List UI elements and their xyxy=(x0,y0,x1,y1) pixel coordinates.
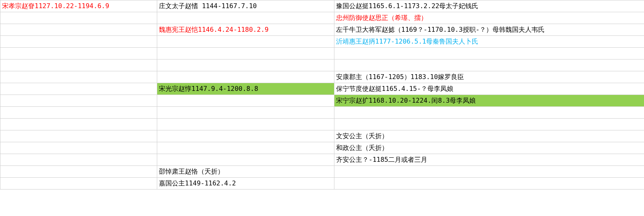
cell xyxy=(0,83,157,95)
cell xyxy=(157,130,334,142)
cell xyxy=(0,71,157,83)
cell xyxy=(0,154,157,166)
cell: 豫国公赵挺1165.6.1-1173.2.22母太子妃钱氏 xyxy=(334,0,644,12)
cell xyxy=(334,178,644,190)
cell xyxy=(0,60,157,71)
table-row: 宋孝宗赵眘1127.10.22-1194.6.9庄文太子赵愭 1144-1167… xyxy=(0,0,644,12)
cell: 宋宁宗赵扩1168.10.20-1224.闰8.3母李凤娘 xyxy=(334,95,644,107)
cell: 左千牛卫大将军赵摅（1169？-1170.10.3授职-？）母韩魏国夫人韦氏 xyxy=(334,24,644,36)
cell xyxy=(0,12,157,24)
cell xyxy=(0,95,157,107)
cell xyxy=(157,48,334,60)
cell: 邵悼肃王赵恪（夭折） xyxy=(157,166,334,178)
cell xyxy=(0,107,157,119)
table-row xyxy=(0,107,644,119)
cell xyxy=(0,130,157,142)
cell xyxy=(157,119,334,130)
cell xyxy=(157,60,334,71)
cell: 安康郡主（1167-1205）1183.10嫁罗良臣 xyxy=(334,71,644,83)
cell: 魏惠宪王赵恺1146.4.24-1180.2.9 xyxy=(157,24,334,36)
cell xyxy=(0,178,157,190)
cell xyxy=(0,166,157,178)
cell xyxy=(0,119,157,130)
table-row xyxy=(0,48,644,60)
cell: 齐安公主？-1185二月或者三月 xyxy=(334,154,644,166)
cell xyxy=(157,142,334,154)
cell xyxy=(157,154,334,166)
table-body: 宋孝宗赵眘1127.10.22-1194.6.9庄文太子赵愭 1144-1167… xyxy=(0,0,644,190)
cell xyxy=(157,12,334,24)
cell: 嘉国公主1149-1162.4.2 xyxy=(157,178,334,190)
cell: 庄文太子赵愭 1144-1167.7.10 xyxy=(157,0,334,12)
cell: 宋光宗赵惇1147.9.4-1200.8.8 xyxy=(157,83,334,95)
cell xyxy=(334,60,644,71)
cell xyxy=(157,71,334,83)
table-row: 忠州防御使赵思正（希璂、擂） xyxy=(0,12,644,24)
cell: 文安公主（夭折） xyxy=(334,130,644,142)
cell xyxy=(334,107,644,119)
cell xyxy=(157,36,334,48)
cell xyxy=(0,24,157,36)
table-row: 宋光宗赵惇1147.9.4-1200.8.8保宁节度使赵挺1165.4.15-？… xyxy=(0,83,644,95)
cell: 保宁节度使赵挺1165.4.15-？母李凤娘 xyxy=(334,83,644,95)
cell xyxy=(334,119,644,130)
table-row: 和政公主（夭折） xyxy=(0,142,644,154)
cell: 宋孝宗赵眘1127.10.22-1194.6.9 xyxy=(0,0,157,12)
cell xyxy=(334,48,644,60)
cell: 沂靖惠王赵抦1177-1206.5.1母秦鲁国夫人卜氏 xyxy=(334,36,644,48)
genealogy-table: 宋孝宗赵眘1127.10.22-1194.6.9庄文太子赵愭 1144-1167… xyxy=(0,0,644,190)
table-row: 宋宁宗赵扩1168.10.20-1224.闰8.3母李凤娘 xyxy=(0,95,644,107)
table-row: 文安公主（夭折） xyxy=(0,130,644,142)
cell: 和政公主（夭折） xyxy=(334,142,644,154)
table-row: 邵悼肃王赵恪（夭折） xyxy=(0,166,644,178)
table-row: 魏惠宪王赵恺1146.4.24-1180.2.9左千牛卫大将军赵摅（1169？-… xyxy=(0,24,644,36)
table-row xyxy=(0,60,644,71)
cell xyxy=(0,142,157,154)
table-row: 嘉国公主1149-1162.4.2 xyxy=(0,178,644,190)
cell xyxy=(334,166,644,178)
table-row xyxy=(0,119,644,130)
cell xyxy=(0,48,157,60)
cell: 忠州防御使赵思正（希璂、擂） xyxy=(334,12,644,24)
cell xyxy=(0,36,157,48)
cell xyxy=(157,107,334,119)
cell xyxy=(157,95,334,107)
table-row: 沂靖惠王赵抦1177-1206.5.1母秦鲁国夫人卜氏 xyxy=(0,36,644,48)
table-row: 安康郡主（1167-1205）1183.10嫁罗良臣 xyxy=(0,71,644,83)
table-row: 齐安公主？-1185二月或者三月 xyxy=(0,154,644,166)
